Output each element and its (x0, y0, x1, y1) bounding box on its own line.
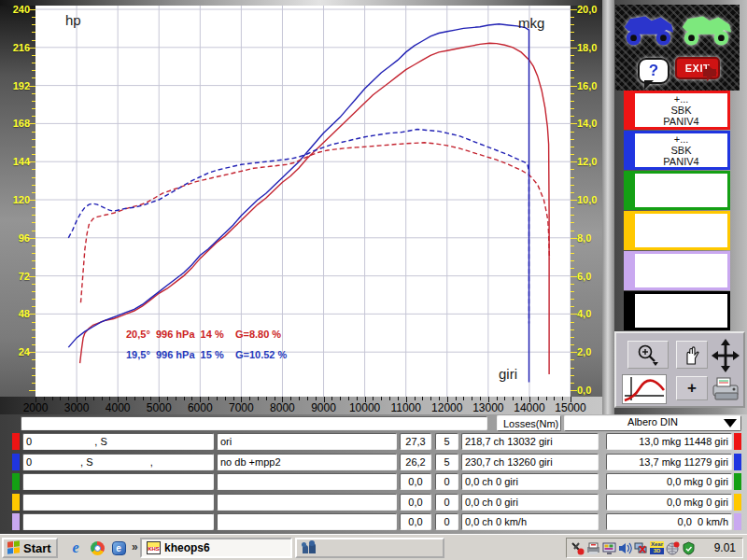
legend-color-stripe (627, 294, 635, 328)
row3-field6: 0,0 mkg 0 giri (606, 473, 732, 490)
row4-field5: 0,0 ch 0 giri (461, 494, 599, 511)
hp-axis-title: hp (65, 12, 81, 28)
row2-field6: 13,7 mkg 11279 giri (606, 454, 732, 470)
row3-field5: 0,0 ch 0 giri (461, 473, 599, 490)
zoom-button[interactable] (627, 341, 669, 369)
start-label: Start (23, 541, 51, 555)
motorcycle-blue-icon (621, 8, 675, 49)
row4-field2 (217, 494, 397, 511)
losses-button[interactable]: Losses(Nm) (497, 415, 561, 431)
mkg-axis-label: 2,0 (577, 347, 591, 357)
legend-run-name (635, 174, 727, 207)
mkg-axis-label: 8,0 (577, 233, 591, 244)
giri-axis-title: giri (499, 366, 517, 382)
mkg-axis-label: 10,0 (577, 195, 597, 205)
task-button-2[interactable] (295, 538, 444, 558)
row5-field2 (217, 513, 397, 530)
add-button[interactable]: + (676, 376, 708, 400)
row1-field3: 27,3 (400, 433, 431, 450)
rpm-axis-label: 14000 (514, 401, 544, 414)
legend-slot-2[interactable]: +...SBKPANIV4 (624, 131, 730, 170)
row2-field5: 230,7 ch 13260 giri (461, 454, 599, 470)
legend-color-stripe (627, 214, 635, 247)
rpm-axis-label: 5000 (147, 401, 172, 414)
mkg-axis: 20,018,016,014,012,010,08,06,04,02,00,0 (571, 6, 602, 397)
task-button-kheops6[interactable]: KHS kheops6 (140, 538, 292, 558)
print-button[interactable] (710, 372, 741, 408)
antivirus-tray-icon[interactable] (682, 541, 696, 555)
legend-slot-5[interactable] (624, 251, 730, 290)
hp-axis-label: 144 (13, 157, 30, 167)
legend-run-name (635, 214, 727, 247)
pan-button[interactable] (676, 341, 708, 369)
hp-axis-label: 216 (13, 43, 30, 53)
globe-tray-icon[interactable] (666, 541, 680, 555)
ori-power-curve (80, 43, 549, 374)
xear3d-tray-icon[interactable]: Xear3D (650, 541, 664, 555)
taskbar: Start e e » KHS kheops6 Xe (0, 534, 747, 560)
bike-run-green-button[interactable] (679, 8, 733, 49)
motorcycle-green-icon (679, 8, 733, 49)
windows-logo-icon (7, 540, 21, 554)
row2-field1: 0 , S , (22, 454, 214, 470)
chevron-down-icon (724, 419, 737, 434)
display-tray-icon[interactable] (602, 541, 616, 555)
row2-field3: 26,2 (400, 454, 431, 470)
exit-button[interactable]: EXIT (675, 57, 727, 87)
mkg-axis-label: 0,0 (577, 385, 591, 396)
run2-conditions-annotation: 19,5° 996 hPa 15 % G=10.52 % (126, 349, 287, 360)
legend-run-name (635, 294, 727, 328)
start-button[interactable]: Start (2, 538, 58, 558)
row3-field1 (22, 473, 214, 490)
mkg-axis-label: 16,0 (577, 81, 597, 91)
hp-axis: 24021619216814412096724824 (0, 6, 35, 397)
row-color-stripe-right (734, 473, 741, 490)
quick-launch-overflow-chevron[interactable]: » (132, 540, 138, 553)
mkg-axis-label: 12,0 (577, 157, 597, 167)
print-tray-icon[interactable] (586, 541, 600, 555)
help-button[interactable]: ? (638, 55, 669, 87)
row2-field4: 5 (435, 454, 458, 470)
results-area: Losses(Nm) Albero DIN 0 , Sori27,35218,7… (0, 414, 747, 534)
mkg-axis-label: 14,0 (577, 119, 597, 129)
curve-display-button[interactable] (622, 374, 667, 404)
dyno-chart-plot: hp mkg giri 20,5° 996 hPa 14 % G=8.80 % … (35, 6, 571, 397)
kheops-dyno-window: 24021619216814412096724824 hp mkg giri 2… (0, 0, 747, 560)
row5-field1 (22, 513, 214, 530)
rpm-axis-label: 12000 (431, 401, 462, 414)
row3-field2 (217, 473, 397, 490)
messenger-icon[interactable]: e (110, 539, 127, 556)
axle-type-dropdown[interactable]: Albero DIN (564, 415, 741, 431)
mkg-axis-label: 4,0 (577, 309, 591, 319)
row-color-stripe-right (734, 433, 741, 450)
rpm-axis-label: 13000 (472, 401, 503, 414)
rpm-axis-label: 10000 (349, 401, 380, 414)
system-tray: Xear3D 9.01 (566, 538, 743, 558)
row2-field2: no db +mpp2 (217, 454, 397, 470)
legend-slot-3[interactable] (624, 171, 730, 210)
row4-field6: 0,0 mkg 0 giri (606, 494, 732, 511)
mkg-axis-label: 18,0 (577, 43, 597, 53)
internet-explorer-icon[interactable]: e (67, 539, 84, 556)
legend-color-stripe (627, 93, 635, 127)
volume-tray-icon[interactable] (618, 541, 632, 555)
row4-field1 (22, 494, 214, 511)
network-error-tray-icon[interactable] (634, 541, 648, 555)
row5-field6: 0,0 0 km/h (606, 513, 732, 530)
right-panel: ? EXIT +...SBKPANIV4+...SBKPANIV4 (614, 0, 747, 414)
row1-field1: 0 , S (22, 433, 214, 450)
legend-run-name (635, 254, 727, 287)
bike-run-blue-button[interactable] (621, 8, 675, 49)
row1-field2: ori (217, 433, 397, 450)
chrome-icon[interactable] (89, 539, 106, 556)
row-color-stripe-left (12, 494, 20, 511)
kheops-app-icon: KHS (147, 541, 161, 554)
row-color-stripe-left (12, 513, 20, 530)
legend-slot-4[interactable] (624, 211, 730, 250)
row3-field4: 0 (435, 473, 458, 490)
panel-separator (602, 0, 614, 414)
utility-tray-icon[interactable] (571, 541, 585, 555)
legend-slot-6[interactable] (624, 291, 730, 330)
magnifier-plus-icon (636, 343, 660, 366)
legend-slot-1[interactable]: +...SBKPANIV4 (624, 91, 730, 130)
